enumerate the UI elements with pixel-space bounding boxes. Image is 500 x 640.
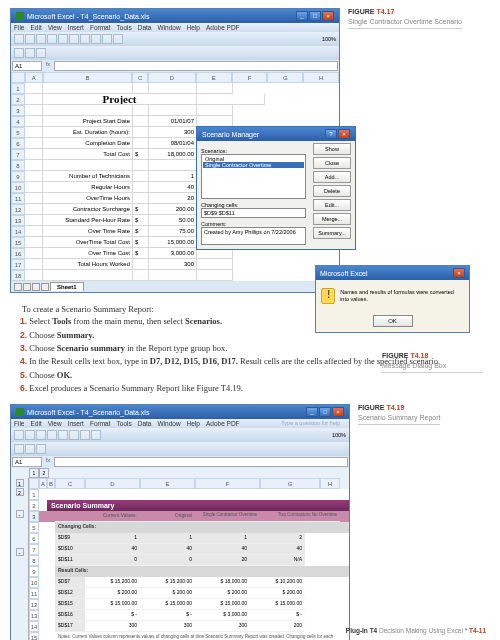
help-prompt[interactable]: Type a question for help [281, 420, 340, 426]
window-title: Microsoft Excel - T4_Scenario_Data.xls [27, 409, 306, 416]
outline-level-1[interactable]: 1 [29, 468, 39, 478]
close-button[interactable]: × [322, 11, 334, 21]
pdf-icon[interactable] [36, 444, 46, 454]
warning-icon [321, 288, 335, 304]
help-button[interactable]: ? [325, 129, 337, 139]
excel-window-fig3: Microsoft Excel - T4_Scenario_Data.xls _… [10, 404, 350, 640]
message-text: Names and results of formulas were conve… [340, 289, 464, 302]
toolbar2[interactable] [11, 442, 349, 456]
fx-icon[interactable]: fx [42, 61, 54, 71]
close-button[interactable]: × [332, 407, 344, 417]
close-button[interactable]: Close [313, 157, 351, 169]
zoom-indicator[interactable]: 100% [322, 36, 336, 42]
add-button[interactable]: Add... [313, 171, 351, 183]
minimize-button[interactable]: _ [296, 11, 308, 21]
maximize-button[interactable]: □ [309, 11, 321, 21]
list-item[interactable]: Single Contractor Overtime [203, 162, 304, 168]
toolbar[interactable]: 100% [11, 428, 349, 442]
pdf-icon[interactable] [36, 48, 46, 58]
dialog-title: Microsoft Excel [320, 270, 367, 277]
fx-icon[interactable]: fx [42, 457, 54, 467]
delete-button[interactable]: Delete [313, 185, 351, 197]
menubar[interactable]: FileEditViewInsertFormatToolsDataWindowH… [11, 419, 349, 428]
edit-button[interactable]: Edit... [313, 199, 351, 211]
pdf-icon[interactable] [25, 48, 35, 58]
cut-icon[interactable] [58, 430, 68, 440]
save-icon[interactable] [36, 34, 46, 44]
tab-nav-prev-icon[interactable] [23, 283, 31, 291]
titlebar: Microsoft Excel - T4_Scenario_Data.xls _… [11, 9, 339, 23]
pdf-icon[interactable] [25, 444, 35, 454]
pdf-icon[interactable] [14, 48, 24, 58]
outline-side[interactable]: 1 2 - - [11, 478, 29, 640]
figure-caption: FIGURE T4.18 Message Dialog Box [382, 352, 482, 377]
dialog-title: Scenario Manager [202, 131, 259, 138]
message-dialog: Microsoft Excel × Names and results of f… [315, 265, 470, 333]
undo-icon[interactable] [91, 34, 101, 44]
sort-icon[interactable] [113, 34, 123, 44]
row-headers: 123456789101112131415161718 [11, 83, 25, 281]
comment-field: Created by Amy Phillips on 7/22/2006 [201, 227, 306, 245]
excel-icon [16, 12, 24, 20]
formula-bar: A1 fx [11, 60, 339, 72]
scenarios-list[interactable]: Original Single Contractor Overtime [201, 154, 306, 199]
zoom-indicator[interactable]: 100% [332, 432, 346, 438]
ok-button[interactable]: OK [373, 315, 413, 327]
undo-icon[interactable] [91, 430, 101, 440]
redo-icon[interactable] [102, 34, 112, 44]
excel-icon [16, 408, 24, 416]
copy-icon[interactable] [69, 430, 79, 440]
tab-nav-first-icon[interactable] [14, 283, 22, 291]
scenario-summary: 1 2Scenario Summary 3 Current Values: Or… [29, 489, 349, 640]
close-button[interactable]: × [338, 129, 350, 139]
tab-nav-next-icon[interactable] [32, 283, 40, 291]
formula-input[interactable] [54, 61, 338, 71]
toolbar[interactable]: 100% [11, 32, 339, 46]
paste-icon[interactable] [80, 34, 90, 44]
sheet-tab[interactable]: Sheet1 [50, 282, 84, 291]
tab-nav-last-icon[interactable] [41, 283, 49, 291]
open-icon[interactable] [25, 34, 35, 44]
paste-icon[interactable] [80, 430, 90, 440]
menubar[interactable]: FileEditViewInsertFormatToolsDataWindowH… [11, 23, 339, 32]
print-icon[interactable] [47, 430, 57, 440]
maximize-button[interactable]: □ [319, 407, 331, 417]
new-icon[interactable] [14, 430, 24, 440]
new-icon[interactable] [14, 34, 24, 44]
summary-title: Scenario Summary [47, 500, 349, 511]
cut-icon[interactable] [58, 34, 68, 44]
cell-reference[interactable]: A1 [12, 457, 42, 467]
pdf-icon[interactable] [14, 444, 24, 454]
column-headers: A B C D E F G H [11, 72, 339, 83]
minimize-button[interactable]: _ [306, 407, 318, 417]
copy-icon[interactable] [69, 34, 79, 44]
summary-button[interactable]: Summary... [313, 227, 351, 239]
scenario-manager-dialog: Scenario Manager ? × Scenarios: Original… [196, 126, 356, 250]
sheet-tabs: Sheet1 [11, 281, 339, 292]
excel-window-fig1: Microsoft Excel - T4_Scenario_Data.xls _… [10, 8, 340, 293]
merge-button[interactable]: Merge... [313, 213, 351, 225]
open-icon[interactable] [25, 430, 35, 440]
outline-bar: 1 2 [11, 468, 349, 478]
toolbar2[interactable] [11, 46, 339, 60]
close-button[interactable]: × [453, 268, 465, 278]
show-button[interactable]: Show [313, 143, 351, 155]
print-icon[interactable] [47, 34, 57, 44]
window-title: Microsoft Excel - T4_Scenario_Data.xls [27, 13, 296, 20]
cell-reference[interactable]: A1 [12, 61, 42, 71]
page-footer: Plug-In T4 Decision Making Using Excel *… [346, 627, 486, 634]
formula-input[interactable] [54, 457, 348, 467]
outline-level-2[interactable]: 2 [39, 468, 49, 478]
save-icon[interactable] [36, 430, 46, 440]
changing-cells-field: $D$9:$D$11 [201, 208, 306, 218]
figure-caption: FIGURE T4.19 Scenario Summary Report [358, 404, 440, 640]
figure-caption: FIGURE FIGURE T4.17T4.17 Single Contract… [348, 8, 462, 293]
